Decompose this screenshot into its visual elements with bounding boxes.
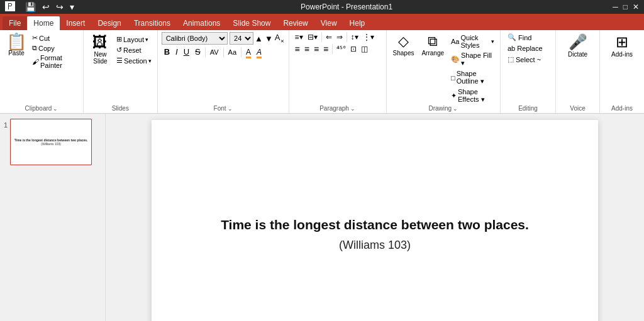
slide-thumb-sub-text: (Williams 103)	[41, 142, 61, 146]
find-button[interactable]: 🔍Find	[506, 32, 550, 43]
drawing-expand-icon[interactable]: ⌄	[453, 106, 458, 112]
drawing-label: Drawing	[428, 105, 452, 112]
align-right-button[interactable]: ≡	[312, 43, 321, 55]
maximize-button[interactable]: □	[623, 3, 628, 11]
numbering-button[interactable]: ⊟▾	[306, 32, 319, 42]
bullets-button[interactable]: ≡▾	[293, 32, 305, 42]
addins-button[interactable]: ⊞ Add-ins	[605, 32, 639, 104]
slide-canvas[interactable]: Time is the longest distance between two…	[152, 120, 598, 321]
shape-outline-button[interactable]: □Shape Outline ▾	[449, 69, 496, 86]
tab-insert[interactable]: Insert	[60, 16, 91, 30]
tab-design[interactable]: Design	[91, 16, 127, 30]
replace-button[interactable]: abReplace	[506, 43, 550, 53]
inc-indent-button[interactable]: ⇒	[335, 32, 345, 42]
copy-button[interactable]: ⧉Copy	[30, 43, 79, 53]
font-expand-icon[interactable]: ⌄	[228, 106, 233, 112]
tab-view[interactable]: View	[314, 16, 343, 30]
justify-button[interactable]: ≡	[321, 43, 330, 55]
highlight-button[interactable]: A	[254, 47, 264, 57]
quick-styles-button[interactable]: AaQuick Styles▾	[449, 33, 496, 50]
char-spacing-button[interactable]: AV	[208, 48, 221, 57]
slide-thumbnail[interactable]: Time is the longest distance between two…	[10, 119, 92, 165]
italic-button[interactable]: I	[173, 46, 180, 57]
slide-sub-text: (Williams 103)	[339, 239, 411, 252]
change-case-button[interactable]: Aa	[226, 48, 239, 57]
close-button[interactable]: ✕	[633, 3, 639, 11]
redo-button[interactable]: ↪	[55, 1, 65, 13]
align-text-button[interactable]: ⊡	[348, 43, 358, 55]
paste-button[interactable]: 📋 Paste	[4, 32, 29, 104]
tab-home[interactable]: Home	[27, 16, 60, 30]
align-text-left-button[interactable]: ≡	[293, 43, 302, 55]
editing-label: Editing	[518, 105, 538, 112]
shapes-button[interactable]: ◇ Shapes	[391, 32, 417, 58]
select-button[interactable]: ⬚Select ~	[506, 54, 550, 65]
format-painter-button[interactable]: 🖌Format Painter	[30, 53, 79, 70]
bold-button[interactable]: B	[162, 46, 172, 57]
slide-main-text: Time is the longest distance between two…	[221, 217, 529, 232]
tab-transitions[interactable]: Transitions	[128, 16, 177, 30]
font-color-button[interactable]: A	[243, 47, 253, 57]
tab-review[interactable]: Review	[277, 16, 314, 30]
slides-label: Slides	[112, 105, 129, 112]
clear-format-button[interactable]: A✕	[274, 33, 285, 44]
voice-label: Voice	[570, 105, 585, 112]
clipboard-label: Clipboard	[25, 105, 52, 112]
section-button[interactable]: ☰Section▾	[114, 56, 153, 65]
underline-button[interactable]: U	[181, 46, 192, 57]
text-direction-button[interactable]: ⁴⁵°	[335, 43, 348, 55]
decrease-font-size-button[interactable]: ▼	[264, 34, 274, 43]
font-label: Font	[214, 105, 226, 112]
save-button[interactable]: 💾	[24, 1, 37, 13]
qat-more-button[interactable]: ▾	[69, 1, 75, 13]
smartart-button[interactable]: ◫	[359, 43, 370, 55]
dictate-button[interactable]: 🎤 Dictate	[561, 32, 594, 104]
tab-slideshow[interactable]: Slide Show	[226, 16, 277, 30]
shape-effects-button[interactable]: ✦Shape Effects ▾	[449, 87, 496, 104]
tab-animations[interactable]: Animations	[177, 16, 226, 30]
undo-button[interactable]: ↩	[41, 1, 51, 13]
font-name-select[interactable]: Calibri (Body)	[162, 32, 228, 45]
app-title: PowerPoint - Presentation1	[301, 3, 392, 11]
tab-file[interactable]: File	[3, 16, 27, 30]
arrange-button[interactable]: ⧉ Arrange	[419, 32, 447, 58]
strikethrough-button[interactable]: S	[192, 46, 203, 57]
paragraph-label: Paragraph	[319, 105, 349, 112]
font-size-select[interactable]: 24	[230, 32, 253, 45]
cut-button[interactable]: ✂Cut	[30, 33, 79, 43]
addins-label: Add-ins	[611, 105, 633, 112]
line-spacing-button[interactable]: ↕▾	[349, 32, 360, 42]
layout-button[interactable]: ⊞Layout▾	[114, 35, 153, 44]
increase-font-size-button[interactable]: ▲	[254, 34, 264, 43]
shape-fill-button[interactable]: 🎨Shape Fill ▾	[449, 51, 496, 68]
reset-button[interactable]: ↺Reset	[114, 45, 153, 55]
dec-indent-button[interactable]: ⇐	[324, 32, 334, 42]
tab-help[interactable]: Help	[343, 16, 372, 30]
clipboard-expand-icon[interactable]: ⌄	[53, 106, 58, 112]
minimize-button[interactable]: ─	[613, 3, 618, 11]
align-center-button[interactable]: ≡	[303, 43, 311, 55]
paragraph-expand-icon[interactable]: ⌄	[350, 106, 355, 112]
columns-button[interactable]: ⋮▾	[361, 32, 376, 42]
new-slide-button[interactable]: 🖼 New Slide	[87, 32, 113, 104]
slide-number: 1	[4, 121, 8, 129]
